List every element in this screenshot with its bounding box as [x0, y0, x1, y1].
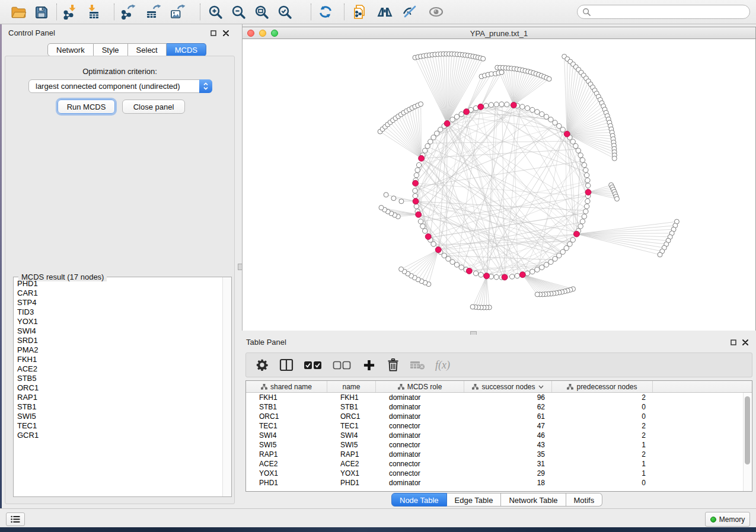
mcds-list-scrollbar[interactable] [222, 277, 231, 496]
cell-successor-nodes[interactable]: 62 [464, 403, 552, 411]
import-table-icon[interactable] [82, 2, 102, 21]
network-window-titlebar[interactable]: YPA_prune.txt_1 [242, 27, 756, 39]
mcds-result-item[interactable]: CAR1 [14, 289, 222, 298]
column-header-successor-nodes[interactable]: successor nodes [464, 381, 552, 392]
export-table-icon[interactable] [143, 2, 164, 21]
cell-predecessor-nodes[interactable]: 1 [552, 460, 653, 468]
cell-name[interactable]: STB1 [327, 403, 376, 411]
cell-predecessor-nodes[interactable]: 0 [552, 412, 653, 421]
cell-predecessor-nodes[interactable]: 2 [552, 431, 653, 440]
mcds-result-item[interactable]: SRD1 [14, 336, 222, 345]
network-graph[interactable] [243, 39, 755, 331]
tab-node-table[interactable]: Node Table [391, 493, 447, 507]
table-options-gear-icon[interactable] [254, 357, 270, 373]
refresh-layout-icon[interactable] [315, 2, 336, 21]
cell-successor-nodes[interactable]: 61 [464, 412, 552, 421]
horizontal-splitter[interactable] [242, 331, 756, 335]
first-neighbors-binoculars-icon[interactable] [375, 2, 395, 21]
cell-predecessor-nodes[interactable]: 2 [552, 393, 653, 402]
zoom-fit-icon[interactable] [251, 2, 272, 21]
mcds-result-item[interactable]: GCR1 [14, 431, 222, 440]
export-image-icon[interactable] [168, 2, 188, 21]
cell-predecessor-nodes[interactable]: 2 [552, 450, 653, 459]
tab-select[interactable]: Select [128, 43, 167, 56]
cell-successor-nodes[interactable]: 96 [464, 393, 552, 402]
cell-predecessor-nodes[interactable]: 0 [552, 479, 653, 487]
table-row[interactable]: ACE2ACE2connector311 [246, 459, 752, 469]
column-header-name[interactable]: name [327, 381, 376, 392]
cell-name[interactable]: YOX1 [327, 469, 376, 477]
mcds-result-item[interactable]: ACE2 [14, 364, 222, 374]
mcds-result-item[interactable]: RAP1 [14, 393, 222, 402]
mcds-result-list[interactable]: PHD1CAR1STP4TID3YOX1SWI4SRD1PMA2FKH1ACE2… [14, 279, 222, 493]
cell-shared-name[interactable]: ORC1 [246, 412, 327, 421]
cell-shared-name[interactable]: SWI5 [246, 441, 327, 449]
mcds-result-item[interactable]: STB1 [14, 402, 222, 412]
tab-motifs[interactable]: Motifs [566, 493, 603, 507]
cell-MCDS-role[interactable]: dominator [376, 450, 464, 459]
mcds-result-item[interactable]: FKH1 [14, 355, 222, 364]
mcds-result-item[interactable]: TID3 [14, 307, 222, 317]
float-window-icon[interactable] [209, 29, 218, 37]
eye-icon[interactable] [426, 2, 446, 21]
mcds-result-item[interactable]: ORC1 [14, 383, 222, 393]
show-task-history-button[interactable] [6, 512, 25, 526]
table-scrollbar[interactable] [743, 393, 751, 491]
mcds-result-item[interactable]: TEC1 [14, 421, 222, 431]
cell-successor-nodes[interactable]: 46 [464, 431, 552, 440]
tab-network-table[interactable]: Network Table [501, 493, 566, 507]
cell-shared-name[interactable]: PHD1 [246, 479, 327, 487]
show-hide-graphics-details-icon[interactable] [400, 2, 420, 21]
table-row[interactable]: FKH1FKH1dominator962 [246, 393, 752, 402]
cell-name[interactable]: SWI4 [327, 431, 376, 440]
select-all-checkmarks-icon[interactable] [303, 357, 323, 373]
import-network-icon[interactable] [60, 2, 80, 21]
column-header-shared-name[interactable]: shared name [246, 381, 327, 392]
close-panel-icon[interactable] [741, 338, 749, 347]
cell-MCDS-role[interactable]: connector [376, 422, 464, 430]
cell-name[interactable]: TEC1 [327, 422, 376, 430]
cell-name[interactable]: FKH1 [327, 393, 376, 402]
cell-name[interactable]: ACE2 [327, 460, 376, 468]
zoom-in-icon[interactable] [205, 2, 225, 21]
table-row[interactable]: STB1STB1dominator620 [246, 402, 752, 412]
cell-successor-nodes[interactable]: 35 [464, 450, 552, 459]
cell-successor-nodes[interactable]: 29 [464, 469, 552, 477]
cell-predecessor-nodes[interactable]: 2 [552, 422, 653, 430]
mcds-result-item[interactable]: PMA2 [14, 345, 222, 355]
cell-name[interactable]: SWI5 [327, 441, 376, 449]
open-file-icon[interactable] [8, 2, 28, 21]
export-network-icon[interactable] [118, 2, 138, 21]
deselect-all-checkmarks-icon[interactable] [332, 357, 352, 373]
tab-mcds[interactable]: MCDS [167, 43, 206, 56]
tab-style[interactable]: Style [94, 43, 128, 56]
cell-shared-name[interactable]: SWI4 [246, 431, 327, 440]
table-row[interactable]: PHD1PHD1dominator180 [246, 478, 752, 488]
add-column-icon[interactable] [361, 357, 377, 373]
cell-shared-name[interactable]: TEC1 [246, 422, 327, 430]
zoom-selected-icon[interactable] [275, 2, 295, 21]
cell-MCDS-role[interactable]: connector [376, 469, 464, 477]
cell-MCDS-role[interactable]: dominator [376, 479, 464, 487]
mcds-result-item[interactable]: SWI5 [14, 412, 222, 421]
cell-predecessor-nodes[interactable]: 1 [552, 469, 653, 477]
cell-MCDS-role[interactable]: connector [376, 460, 464, 468]
cell-shared-name[interactable]: FKH1 [246, 393, 327, 402]
splitter-grip[interactable] [238, 264, 243, 270]
run-mcds-button[interactable]: Run MCDS [58, 100, 115, 114]
zoom-out-icon[interactable] [228, 2, 248, 21]
cell-shared-name[interactable]: ACE2 [246, 460, 327, 468]
table-row[interactable]: ORC1ORC1dominator610 [246, 412, 752, 421]
table-row[interactable]: TEC1TEC1connector472 [246, 421, 752, 431]
mcds-result-item[interactable]: YOX1 [14, 317, 222, 326]
close-panel-button[interactable]: Close panel [122, 100, 185, 114]
delete-column-trash-icon[interactable] [385, 357, 401, 373]
cell-shared-name[interactable]: RAP1 [246, 450, 327, 459]
mcds-result-item[interactable]: SWI4 [14, 326, 222, 336]
mcds-result-item[interactable]: PHD1 [14, 279, 222, 289]
show-column-selector-icon[interactable] [279, 357, 294, 373]
cell-MCDS-role[interactable]: dominator [376, 393, 464, 402]
save-session-icon[interactable] [31, 2, 51, 21]
share-document-icon[interactable] [350, 2, 370, 21]
table-row[interactable]: RAP1RAP1dominator352 [246, 450, 752, 459]
